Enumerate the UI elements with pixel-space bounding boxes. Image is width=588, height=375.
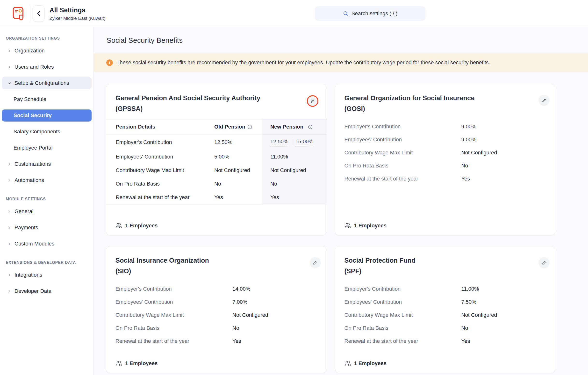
employee-count[interactable]: 1 Employees — [335, 360, 555, 373]
benefit-details: Employer's Contribution14.00% Employees'… — [106, 282, 326, 348]
sidebar-item-general[interactable]: General — [2, 205, 92, 217]
chevron-right-icon — [7, 226, 11, 230]
card-gosi: General Organization for Social Insuranc… — [335, 84, 555, 235]
sidebar-item-automations[interactable]: Automations — [2, 174, 92, 186]
employee-count[interactable]: 1 Employees — [106, 222, 326, 235]
users-icon — [345, 360, 351, 366]
row-label: Contributory Wage Max Limit — [106, 164, 214, 177]
value-divider — [292, 138, 292, 146]
section-label-extensions-developer-data: EXTENSIONS & DEVELOPER DATA — [6, 260, 94, 265]
sidebar-item-label: Automations — [14, 177, 44, 183]
users-icon — [116, 222, 122, 229]
sidebar-item-setup-and-configurations[interactable]: Setup & Configurations — [2, 77, 92, 89]
detail-row: On Pro Rata BasisNo — [106, 321, 326, 335]
detail-row: Employees' Contribution7.50% — [335, 296, 555, 309]
sidebar-item-label: Organization — [14, 48, 45, 54]
sidebar-item-label: Social Security — [13, 112, 52, 119]
sidebar-item-pay-schedule[interactable]: Pay Schedule — [2, 93, 92, 105]
employee-count[interactable]: 1 Employees — [335, 222, 555, 235]
edit-gosi-button[interactable] — [538, 95, 550, 106]
table-row: Employees' Contribution 5.00% 11.00% — [106, 150, 326, 164]
info-circle-icon[interactable] — [247, 124, 252, 129]
sidebar-item-salary-components[interactable]: Salary Components — [2, 126, 92, 138]
section-label-module-settings: MODULE SETTINGS — [6, 197, 94, 201]
main-content: Social Security Benefits i These social … — [94, 27, 588, 375]
detail-row: Employer's Contribution14.00% — [106, 282, 326, 296]
card-title: General Pension And Social Security Auth… — [116, 93, 297, 114]
pension-table: Pension Details Old Pension New Pension … — [106, 119, 326, 204]
detail-row: Employer's Contribution9.00% — [335, 120, 555, 133]
payroll-logo-icon[interactable] — [11, 5, 26, 22]
table-row: Employer's Contribution 12.50% 12.50% 15… — [106, 135, 326, 150]
card-spf: Social Protection Fund (SPF) Employer's … — [335, 246, 555, 373]
sidebar-item-label: Employee Portal — [13, 145, 52, 151]
banner-text: These social security benefits are recom… — [116, 59, 490, 66]
sidebar-item-employee-portal[interactable]: Employee Portal — [2, 142, 92, 154]
edit-spf-button[interactable] — [538, 257, 550, 268]
table-bottom-divider — [106, 204, 326, 204]
new-pension-value: 11.00% — [262, 150, 326, 164]
card-title: Social Protection Fund (SPF) — [345, 255, 526, 276]
row-label: Employer's Contribution — [106, 135, 214, 150]
info-banner: i These social security benefits are rec… — [94, 54, 588, 72]
new-pension-value-a[interactable]: 12.50% — [270, 139, 288, 146]
benefit-details: Employer's Contribution11.00% Employees'… — [335, 282, 555, 348]
search-icon — [343, 11, 349, 16]
row-label: Renewal at the start of the year — [106, 191, 214, 204]
old-pension-value: Yes — [214, 191, 262, 204]
detail-row: Contributory Wage Max LimitNot Configure… — [335, 146, 555, 159]
sidebar-item-social-security[interactable]: Social Security — [2, 109, 92, 121]
chevron-right-icon — [7, 178, 11, 182]
detail-row: Contributory Wage Max LimitNot Configure… — [106, 309, 326, 321]
chevron-right-icon — [7, 273, 11, 277]
sidebar-item-organization[interactable]: Organization — [2, 45, 92, 57]
search-settings-input[interactable]: Search settings ( / ) — [315, 6, 425, 21]
detail-row: Employees' Contribution7.00% — [106, 296, 326, 309]
sidebar-item-users-and-roles[interactable]: Users and Roles — [2, 61, 92, 73]
sidebar-item-label: General — [14, 208, 33, 214]
row-label: On Pro Rata Basis — [106, 177, 214, 191]
section-label-organization-settings: ORGANIZATION SETTINGS — [6, 36, 94, 41]
benefit-cards-grid: General Pension And Social Security Auth… — [106, 84, 555, 373]
sidebar-item-custom-modules[interactable]: Custom Modules — [2, 238, 92, 250]
edit-pencil-icon — [313, 260, 318, 265]
old-pension-value: 5.00% — [214, 150, 262, 164]
sidebar-item-customizations[interactable]: Customizations — [2, 158, 92, 170]
employee-count[interactable]: 1 Employees — [106, 360, 326, 373]
edit-gpssa-button[interactable] — [307, 95, 318, 107]
row-label: Employees' Contribution — [106, 150, 214, 164]
new-pension-value-b[interactable]: 15.00% — [295, 139, 314, 146]
benefit-details: Employer's Contribution9.00% Employees' … — [335, 120, 555, 185]
chevron-right-icon — [7, 49, 11, 53]
card-gpssa: General Pension And Social Security Auth… — [106, 84, 326, 235]
sidebar-item-payments[interactable]: Payments — [2, 222, 92, 234]
sidebar-item-label: Developer Data — [14, 288, 52, 294]
chevron-right-icon — [7, 65, 11, 69]
detail-row: On Pro Rata BasisNo — [335, 159, 555, 172]
card-title: General Organization for Social Insuranc… — [345, 93, 526, 114]
header-divider — [29, 4, 29, 23]
new-pension-value: Not Configured — [262, 164, 326, 177]
sidebar-item-label: Users and Roles — [14, 64, 54, 70]
column-header: New Pension — [262, 119, 326, 134]
info-circle-icon[interactable] — [308, 124, 313, 129]
chevron-down-icon — [7, 81, 11, 85]
card-sio: Social Insurance Organization (SIO) Empl… — [106, 246, 326, 373]
edit-pencil-icon — [310, 99, 315, 104]
detail-row: Employees' Contribution9.00% — [335, 133, 555, 146]
page-header-title: All Settings — [50, 6, 105, 14]
table-row: On Pro Rata Basis No No — [106, 177, 326, 191]
back-button[interactable] — [33, 5, 45, 22]
app-header: All Settings Zylker Middle East (Kuwait)… — [0, 0, 588, 27]
edit-sio-button[interactable] — [310, 257, 321, 268]
chevron-right-icon — [7, 210, 11, 214]
organization-name: Zylker Middle East (Kuwait) — [50, 16, 105, 21]
column-header: Pension Details — [106, 119, 214, 134]
sidebar-item-integrations[interactable]: Integrations — [2, 269, 92, 281]
sidebar-item-developer-data[interactable]: Developer Data — [2, 285, 92, 297]
users-icon — [345, 222, 351, 229]
table-row: Contributory Wage Max Limit Not Configur… — [106, 164, 326, 177]
sidebar-item-label: Customizations — [14, 161, 51, 167]
sidebar-item-label: Salary Components — [13, 129, 60, 135]
column-header: Old Pension — [214, 119, 262, 134]
